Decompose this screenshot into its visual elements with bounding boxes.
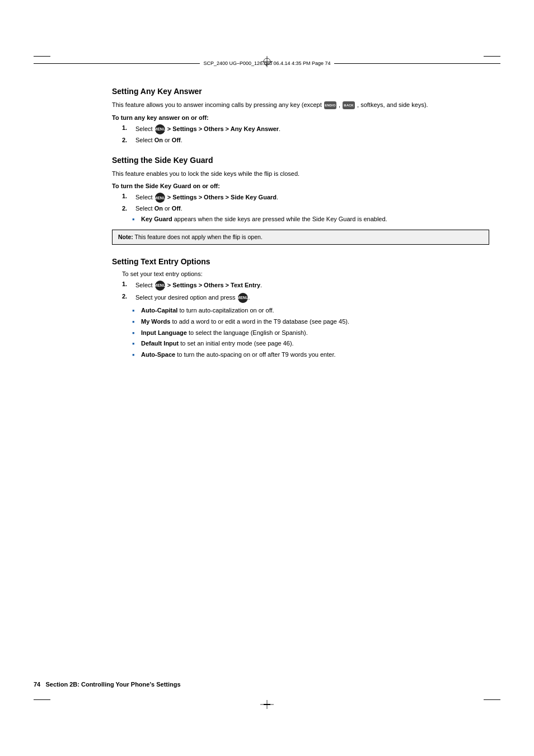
- header-rule-line-left: [34, 63, 200, 64]
- numbered-item-side-2: 2. Select On or Off.: [122, 205, 489, 212]
- numbered-item-text-1: 1. Select MENU > Settings > Others > Tex…: [122, 281, 489, 291]
- numbered-list-side-key: 1. Select MENU > Settings > Others > Sid…: [122, 193, 489, 212]
- step-num-1: 1.: [122, 124, 131, 134]
- bullet-text-2: My Words to add a word to or edit a word…: [141, 318, 349, 326]
- crosshair-top: [261, 56, 273, 69]
- bullet-item-text-4: ▪ Default Input to set an initial entry …: [132, 339, 489, 348]
- bullet-text-side-key-1: Key Guard appears when the side keys are…: [141, 215, 387, 224]
- bullet-item-text-3: ▪ Input Language to select the language …: [132, 329, 489, 338]
- bullet-item-side-key-1: ▪ Key Guard appears when the side keys a…: [132, 215, 489, 224]
- section-body-side-key: This feature enables you to lock the sid…: [112, 169, 489, 179]
- bullet-text-5: Auto-Space to turn the auto-spacing on o…: [141, 351, 336, 360]
- footer-text: 74 Section 2B: Controlling Your Phone's …: [34, 681, 181, 688]
- reg-mark-bottom-left: [34, 699, 50, 700]
- page-container: SCP_2400 UG–P000_126.qxd 06.4.14 4:35 PM…: [0, 0, 534, 756]
- numbered-list-any-key: 1. Select MENU > Settings > Others > Any…: [122, 124, 489, 143]
- step-text-side-1: Select MENU > Settings > Others > Side K…: [135, 193, 278, 203]
- bullet-text-3: Input Language to select the language (E…: [141, 329, 308, 338]
- subsection-label-side-key: To turn the Side Key Guard on or off:: [112, 183, 489, 189]
- bullet-dot-text-4: ▪: [132, 339, 138, 348]
- bullet-list-side-key: ▪ Key Guard appears when the side keys a…: [132, 215, 489, 224]
- reg-mark-bottom-right: [484, 699, 500, 700]
- icon-end-key: END/O: [324, 101, 336, 109]
- bullet-dot-text-1: ▪: [132, 306, 138, 315]
- numbered-item-side-1: 1. Select MENU > Settings > Others > Sid…: [122, 193, 489, 203]
- subsection-label-text-entry: To set your text entry options:: [122, 270, 489, 277]
- footer: 74 Section 2B: Controlling Your Phone's …: [34, 679, 500, 689]
- bullet-item-text-5: ▪ Auto-Space to turn the auto-spacing on…: [132, 351, 489, 360]
- icon-menu-side-1: MENU: [155, 193, 165, 203]
- icon-menu-text-1: MENU: [155, 281, 165, 291]
- bullet-item-text-1: ▪ Auto-Capital to turn auto-capitalizati…: [132, 306, 489, 315]
- reg-mark-top-left: [34, 56, 50, 57]
- section-title-text-entry: Setting Text Entry Options: [112, 257, 489, 266]
- footer-section-label: Section 2B: Controlling Your Phone's Set…: [45, 681, 180, 688]
- step-num-text-2: 2.: [122, 293, 131, 303]
- step-num-2: 2.: [122, 137, 131, 143]
- bullet-text-4: Default Input to set an initial entry mo…: [141, 339, 294, 348]
- step-num-side-2: 2.: [122, 205, 131, 212]
- step-text-side-2: Select On or Off.: [135, 205, 182, 212]
- step-text-text-2: Select your desired option and press MEN…: [135, 293, 250, 303]
- icon-back-key: BACK: [343, 101, 355, 109]
- main-content: Setting Any Key Answer This feature allo…: [112, 87, 489, 372]
- bullet-list-text-entry: ▪ Auto-Capital to turn auto-capitalizati…: [132, 306, 489, 360]
- subsection-label-any-key: To turn any key answer on or off:: [112, 114, 489, 121]
- page-number: 74: [34, 681, 40, 688]
- crosshair-bottom: [260, 700, 274, 711]
- icon-menu-1: MENU: [155, 124, 165, 134]
- section-text-entry: Setting Text Entry Options To set your t…: [112, 257, 489, 360]
- numbered-list-text-entry: 1. Select MENU > Settings > Others > Tex…: [122, 281, 489, 303]
- section-title-side-key: Setting the Side Key Guard: [112, 156, 489, 165]
- step-text-text-1: Select MENU > Settings > Others > Text E…: [135, 281, 262, 291]
- note-box-side-key: Note: This feature does not apply when t…: [112, 230, 489, 245]
- section-side-key-guard: Setting the Side Key Guard This feature …: [112, 156, 489, 245]
- section-body-any-key: This feature allows you to answer incomi…: [112, 100, 489, 110]
- section-title-any-key: Setting Any Key Answer: [112, 87, 489, 96]
- header-rule-line-right: [334, 63, 500, 64]
- section-any-key-answer: Setting Any Key Answer This feature allo…: [112, 87, 489, 143]
- bullet-dot: ▪: [132, 215, 138, 224]
- numbered-item-text-2: 2. Select your desired option and press …: [122, 293, 489, 303]
- bullet-text-1: Auto-Capital to turn auto-capitalization…: [141, 306, 274, 315]
- step-text-2: Select On or Off.: [135, 137, 182, 143]
- icon-menu-text-2: MENU: [238, 293, 248, 303]
- step-text-1: Select MENU > Settings > Others > Any Ke…: [135, 124, 280, 134]
- step-num-side-1: 1.: [122, 193, 131, 203]
- bullet-item-text-2: ▪ My Words to add a word to or edit a wo…: [132, 318, 489, 326]
- bullet-dot-text-3: ▪: [132, 329, 138, 338]
- bullet-dot-text-5: ▪: [132, 351, 138, 360]
- step-num-text-1: 1.: [122, 281, 131, 291]
- bullet-dot-text-2: ▪: [132, 318, 138, 326]
- note-label: Note:: [118, 234, 133, 240]
- numbered-item-1: 1. Select MENU > Settings > Others > Any…: [122, 124, 489, 134]
- numbered-item-2: 2. Select On or Off.: [122, 137, 489, 143]
- reg-mark-top-right: [484, 56, 500, 57]
